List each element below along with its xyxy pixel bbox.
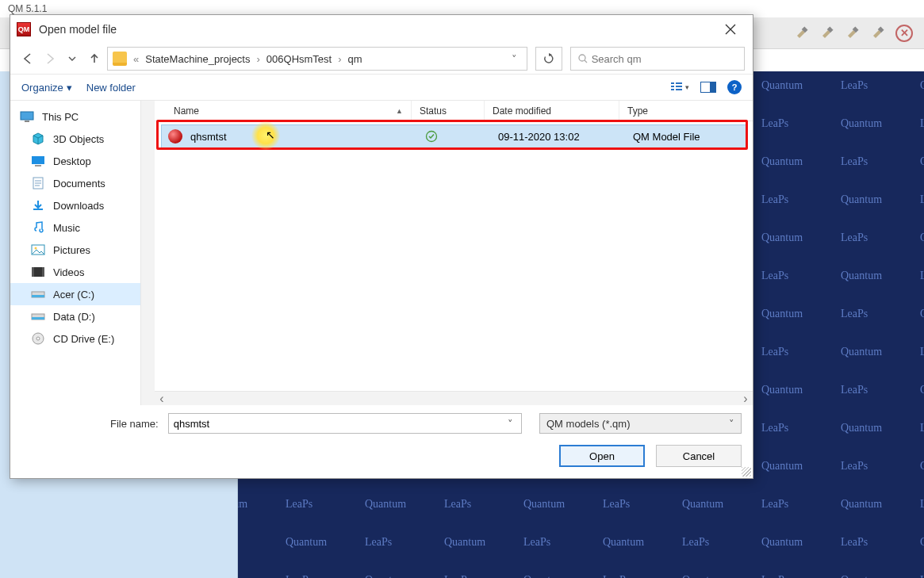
search-box[interactable] bbox=[570, 47, 745, 71]
new-folder-button[interactable]: New folder bbox=[86, 82, 136, 94]
cube-icon bbox=[31, 132, 45, 146]
sidebar-item-videos[interactable]: Videos bbox=[10, 261, 155, 283]
dialog-body: This PC3D ObjectsDesktopDocumentsDownloa… bbox=[10, 101, 753, 405]
breadcrumb-item[interactable]: qm bbox=[348, 53, 362, 65]
svg-rect-13 bbox=[21, 112, 33, 120]
breadcrumb-bar[interactable]: « StateMachine_projects › 006QHsmTest › … bbox=[107, 47, 527, 71]
filename-combobox[interactable]: ˅ bbox=[168, 413, 522, 434]
pattern-word: LeaPs bbox=[920, 270, 924, 282]
hammer-icon[interactable] bbox=[870, 25, 888, 42]
sidebar-item-desktop[interactable]: Desktop bbox=[10, 150, 155, 172]
scroll-left-button[interactable]: ‹ bbox=[155, 392, 169, 405]
breadcrumb-dropdown[interactable]: ˅ bbox=[507, 53, 522, 65]
hammer-icon[interactable] bbox=[819, 25, 837, 42]
hammer-icon[interactable] bbox=[794, 25, 811, 42]
pattern-word: LeaPs bbox=[920, 574, 924, 578]
svg-rect-12 bbox=[710, 82, 715, 92]
filter-label: QM models (*.qm) bbox=[546, 418, 630, 430]
folder-icon bbox=[113, 52, 127, 66]
col-type[interactable]: Type bbox=[619, 101, 707, 121]
nav-forward-button[interactable] bbox=[40, 49, 59, 68]
breadcrumb-prefix: « bbox=[130, 53, 142, 65]
nav-up-button[interactable] bbox=[85, 49, 104, 68]
preview-pane-button[interactable] bbox=[699, 78, 718, 96]
pattern-word: LeaPs bbox=[603, 498, 630, 511]
sidebar-item-label: Music bbox=[53, 222, 80, 234]
organize-button[interactable]: Organize ▾ bbox=[21, 82, 72, 94]
sidebar-item-label: 3D Objects bbox=[53, 133, 104, 145]
nav-back-button[interactable] bbox=[18, 49, 37, 68]
open-file-dialog: QM Open model file « StateMachine_projec… bbox=[10, 14, 753, 479]
sidebar-item-cd-drive-e-[interactable]: CD Drive (E:) bbox=[10, 327, 155, 350]
sidebar-item-this-pc[interactable]: This PC bbox=[10, 105, 155, 128]
cancel-circle-icon[interactable]: ✕ bbox=[895, 25, 913, 42]
scroll-right-button[interactable]: › bbox=[738, 392, 753, 405]
view-options-button[interactable]: ▾ bbox=[670, 78, 689, 96]
sidebar-item-label: Downloads bbox=[53, 200, 104, 212]
sidebar-item-3d-objects[interactable]: 3D Objects bbox=[10, 128, 155, 150]
col-name[interactable]: Name ▲ bbox=[166, 101, 412, 121]
hammer-icon[interactable] bbox=[845, 25, 862, 42]
pattern-word: LeaPs bbox=[761, 498, 788, 511]
pattern-word: Quantum bbox=[920, 460, 924, 473]
sidebar-scrollbar[interactable] bbox=[140, 101, 155, 405]
nav-history-button[interactable] bbox=[63, 49, 82, 68]
pattern-word: Quantum bbox=[920, 79, 924, 92]
breadcrumb-item[interactable]: StateMachine_projects bbox=[145, 53, 250, 65]
pattern-word: Quantum bbox=[761, 155, 803, 168]
pattern-word: LeaPs bbox=[920, 498, 924, 511]
sidebar-item-label: CD Drive (E:) bbox=[53, 333, 114, 345]
resize-grip[interactable] bbox=[742, 467, 751, 477]
view-list-icon bbox=[670, 81, 684, 94]
close-button[interactable] bbox=[715, 18, 746, 40]
sidebar-item-music[interactable]: Music bbox=[10, 216, 155, 239]
svg-rect-16 bbox=[35, 165, 41, 167]
svg-rect-7 bbox=[671, 89, 674, 90]
sidebar-item-label: Data (D:) bbox=[53, 311, 95, 323]
nav-sidebar[interactable]: This PC3D ObjectsDesktopDocumentsDownloa… bbox=[10, 101, 155, 405]
file-status bbox=[425, 130, 498, 143]
downloads-icon bbox=[31, 198, 45, 212]
chevron-right-icon: › bbox=[335, 53, 344, 65]
pattern-word: Quantum bbox=[841, 270, 882, 282]
chevron-down-icon[interactable]: ˅ bbox=[504, 418, 516, 430]
col-status[interactable]: Status bbox=[412, 101, 485, 121]
pattern-word: LeaPs bbox=[523, 536, 550, 549]
svg-rect-10 bbox=[676, 89, 682, 90]
open-button[interactable]: Open bbox=[559, 445, 645, 467]
breadcrumb-item[interactable]: 006QHsmTest bbox=[266, 53, 332, 65]
sidebar-item-data-d-[interactable]: Data (D:) bbox=[10, 305, 155, 327]
pattern-word: LeaPs bbox=[761, 117, 788, 130]
desktop-icon bbox=[31, 154, 45, 168]
sidebar-item-label: Videos bbox=[53, 266, 85, 278]
scroll-track[interactable] bbox=[169, 394, 738, 404]
pattern-word: Quantum bbox=[523, 498, 565, 511]
command-row: Organize ▾ New folder ▾ ? bbox=[10, 74, 753, 101]
help-button[interactable]: ? bbox=[727, 80, 742, 94]
search-input[interactable] bbox=[592, 53, 738, 65]
sidebar-item-pictures[interactable]: Pictures bbox=[10, 239, 155, 261]
pattern-word: Quantum bbox=[761, 79, 803, 92]
sidebar-item-acer-c-[interactable]: Acer (C:) bbox=[10, 283, 155, 305]
col-date[interactable]: Date modified bbox=[485, 101, 619, 121]
pattern-word: Quantum bbox=[238, 574, 247, 578]
pattern-word: Quantum bbox=[761, 460, 803, 473]
search-icon bbox=[577, 53, 589, 64]
sidebar-item-downloads[interactable]: Downloads bbox=[10, 194, 155, 216]
drive-icon bbox=[31, 287, 45, 301]
filename-input[interactable] bbox=[174, 418, 504, 430]
pattern-word: LeaPs bbox=[920, 193, 924, 206]
drive-icon bbox=[31, 309, 45, 323]
filetype-filter[interactable]: QM models (*.qm) ˅ bbox=[539, 413, 742, 434]
chevron-down-icon: ▾ bbox=[67, 82, 72, 94]
file-row[interactable]: qhsmtst 09-11-2020 13:02 QM Model File bbox=[161, 124, 746, 148]
filename-label: File name: bbox=[110, 418, 159, 430]
pattern-word: Quantum bbox=[761, 308, 803, 320]
h-scrollbar[interactable]: ‹ › bbox=[155, 391, 753, 405]
refresh-button[interactable] bbox=[535, 47, 562, 71]
cancel-button[interactable]: Cancel bbox=[656, 445, 742, 467]
sidebar-item-documents[interactable]: Documents bbox=[10, 172, 155, 194]
file-name: qhsmtst bbox=[190, 131, 425, 143]
file-type: QM Model File bbox=[633, 131, 728, 143]
col-type-label: Type bbox=[627, 105, 648, 117]
